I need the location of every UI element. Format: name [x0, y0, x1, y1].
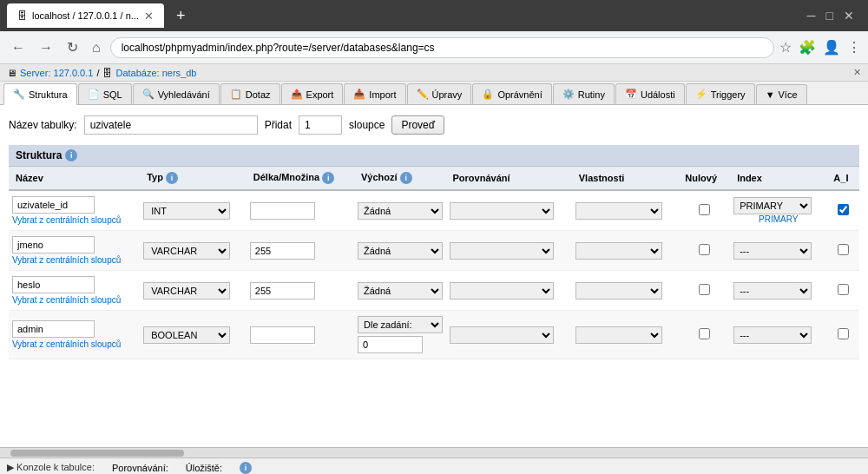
index-select-1[interactable]: PRIMARY --- UNIQUE INDEX	[733, 197, 812, 214]
tab-export[interactable]: 📤 Export	[281, 83, 344, 104]
new-tab-button[interactable]: +	[171, 7, 191, 25]
restore-button[interactable]: □	[826, 9, 833, 23]
typ-info-icon[interactable]: i	[166, 172, 178, 184]
forward-button[interactable]: →	[35, 38, 57, 57]
type-select-1[interactable]: INT VARCHAR BOOLEAN	[143, 202, 230, 220]
address-bar[interactable]	[110, 37, 774, 58]
pridat-input[interactable]	[299, 115, 342, 135]
table-row: Vybrat z centrálních sloupců INT VARCHAR…	[9, 190, 859, 231]
bookmark-icon[interactable]: ☆	[779, 39, 792, 56]
vlastnosti-select-1[interactable]	[575, 202, 662, 220]
index-select-3[interactable]: --- PRIMARY UNIQUE INDEX	[733, 282, 812, 300]
database-link[interactable]: Databáze: ners_db	[115, 68, 196, 78]
porovnavani-select-2[interactable]	[450, 242, 554, 260]
type-select-2[interactable]: VARCHAR INT BOOLEAN	[143, 242, 230, 260]
uloziste-info-icon[interactable]: i	[240, 462, 252, 474]
cell-length-4	[247, 311, 354, 359]
minimize-button[interactable]: ─	[807, 9, 816, 23]
delka-info-icon[interactable]: i	[322, 172, 334, 184]
tab-udalosti[interactable]: 📅 Události	[615, 83, 685, 104]
header-typ: Typ i	[140, 167, 247, 190]
field-name-input-4[interactable]	[12, 320, 95, 338]
vychozi-select-1[interactable]: Žádná NULL Definováno:	[358, 202, 443, 220]
browser-tab[interactable]: 🗄 localhost / 127.0.0.1 / n... ✕	[7, 3, 164, 28]
vychozi-value-input-4[interactable]	[358, 336, 423, 353]
length-input-3[interactable]	[250, 282, 315, 300]
vychozi-select-2[interactable]: Žádná NULL	[358, 242, 443, 260]
vychozi-select-4[interactable]: Dle zadání: Žádná NULL	[358, 316, 443, 333]
sql-icon: 📄	[88, 89, 100, 100]
ai-checkbox-1[interactable]	[838, 204, 849, 215]
porovnavani-select-3[interactable]	[450, 282, 554, 300]
reload-button[interactable]: ↻	[62, 37, 82, 57]
nulovy-checkbox-3[interactable]	[699, 284, 710, 295]
close-breadcrumb-icon[interactable]: ✕	[853, 67, 861, 78]
cell-vychozi-4: Dle zadání: Žádná NULL	[354, 311, 446, 359]
proved-button[interactable]: Proveď	[391, 115, 444, 135]
index-select-4[interactable]: --- PRIMARY UNIQUE INDEX	[733, 326, 812, 344]
tab-struktura[interactable]: 🔧 Struktura	[3, 83, 77, 105]
type-select-3[interactable]: VARCHAR INT BOOLEAN	[143, 282, 230, 300]
extensions-icon[interactable]: 🧩	[799, 39, 816, 56]
header-delka: Délka/Množina i	[247, 167, 354, 190]
cell-nulovy-3	[678, 271, 730, 311]
field-name-input-3[interactable]	[12, 276, 95, 293]
vlastnosti-select-3[interactable]	[575, 282, 662, 300]
cell-length-3	[247, 271, 354, 311]
central-columns-link-3[interactable]: Vybrat z centrálních sloupců	[12, 295, 136, 305]
vlastnosti-select-4[interactable]	[575, 326, 662, 344]
nav-tabs: 🔧 Struktura 📄 SQL 🔍 Vyhledávání 📋 Dotaz …	[0, 82, 868, 105]
tab-triggery[interactable]: ⚡ Triggery	[686, 83, 755, 104]
close-window-button[interactable]: ✕	[844, 9, 854, 23]
table-header-row: Název Typ i Délka/Množina i Výchozí i Po…	[9, 167, 859, 190]
length-input-4[interactable]	[250, 326, 315, 344]
server-link[interactable]: Server: 127.0.0.1	[20, 68, 93, 78]
cell-ai-4	[826, 311, 859, 359]
field-name-input-1[interactable]	[12, 196, 95, 214]
tab-opravneni[interactable]: 🔒 Oprávnění	[472, 83, 551, 104]
porovnavani-select-4[interactable]	[450, 326, 554, 344]
tab-upravy[interactable]: ✏️ Úpravy	[407, 83, 472, 104]
konzole-label[interactable]: ▶ Konzole k tabulce:	[7, 462, 95, 473]
profile-icon[interactable]: 👤	[823, 39, 840, 56]
ai-checkbox-3[interactable]	[838, 284, 849, 295]
menu-icon[interactable]: ⋮	[847, 39, 861, 56]
vychozi-select-3[interactable]: Žádná NULL	[358, 282, 443, 300]
primary-label-1: PRIMARY	[733, 214, 823, 224]
horizontal-scrollbar[interactable]	[0, 447, 868, 458]
table-row: Vybrat z centrálních sloupců BOOLEAN INT…	[9, 311, 859, 359]
central-columns-link-4[interactable]: Vybrat z centrálních sloupců	[12, 339, 136, 349]
nulovy-checkbox-2[interactable]	[699, 244, 710, 255]
porovnavani-select-1[interactable]	[450, 202, 554, 220]
field-name-input-2[interactable]	[12, 236, 95, 253]
length-input-2[interactable]	[250, 242, 315, 260]
tab-vyhledavani[interactable]: 🔍 Vyhledávání	[133, 83, 220, 104]
home-button[interactable]: ⌂	[88, 38, 105, 57]
tab-close-button[interactable]: ✕	[144, 10, 154, 23]
tab-rutiny[interactable]: ⚙️ Rutiny	[553, 83, 615, 104]
dotaz-icon: 📋	[230, 89, 242, 100]
tab-vice[interactable]: ▼ Více	[756, 84, 807, 104]
section-info-icon[interactable]: i	[65, 149, 77, 161]
nazev-input[interactable]	[84, 115, 258, 135]
vlastnosti-select-2[interactable]	[575, 242, 662, 260]
length-input-1[interactable]	[250, 202, 315, 220]
nulovy-checkbox-1[interactable]	[699, 204, 710, 215]
nulovy-checkbox-4[interactable]	[699, 328, 710, 339]
back-button[interactable]: ←	[7, 38, 30, 57]
search-icon: 🔍	[142, 89, 155, 100]
vychozi-info-icon[interactable]: i	[400, 172, 412, 184]
tab-import[interactable]: 📥 Import	[344, 83, 405, 104]
ai-checkbox-2[interactable]	[838, 244, 849, 255]
udalosti-icon: 📅	[625, 89, 637, 100]
index-select-2[interactable]: --- PRIMARY UNIQUE INDEX	[733, 242, 812, 260]
type-select-4[interactable]: BOOLEAN INT VARCHAR	[143, 326, 230, 344]
scroll-thumb[interactable]	[10, 450, 184, 457]
cell-vlastnosti-2	[572, 231, 679, 271]
central-columns-link-1[interactable]: Vybrat z centrálních sloupců	[12, 215, 136, 225]
cell-index-4: --- PRIMARY UNIQUE INDEX	[730, 311, 826, 359]
central-columns-link-2[interactable]: Vybrat z centrálních sloupců	[12, 255, 136, 265]
tab-sql[interactable]: 📄 SQL	[78, 83, 132, 104]
tab-dotaz[interactable]: 📋 Dotaz	[220, 83, 280, 104]
ai-checkbox-4[interactable]	[838, 328, 849, 339]
